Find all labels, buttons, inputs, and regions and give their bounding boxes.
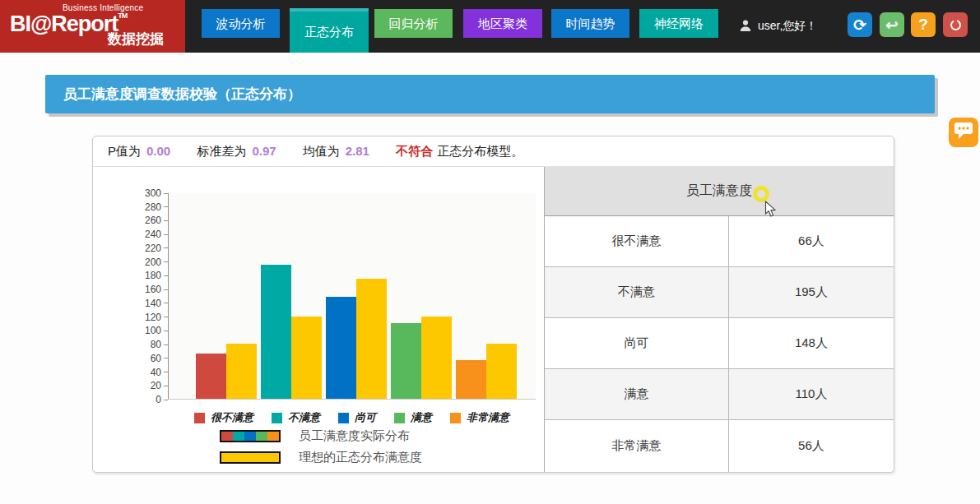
- table-header[interactable]: 员工满意度: [545, 167, 894, 216]
- p-label: P值为: [108, 144, 141, 158]
- satisfaction-table: 员工满意度 很不满意66人不满意195人尚可148人满意110人非常满意56人: [544, 167, 894, 472]
- table-row-1[interactable]: 不满意195人: [545, 267, 894, 318]
- std-label: 标准差为: [197, 144, 246, 158]
- page-banner: 员工满意度调查数据校验（正态分布）: [45, 75, 935, 113]
- legend-actual-swatch: [220, 430, 281, 442]
- y-tick-60: 60: [151, 353, 168, 364]
- user-icon: [739, 19, 752, 35]
- bar-group-4: [456, 344, 517, 399]
- y-tick-80: 80: [151, 339, 168, 350]
- row-value-0: 66人: [729, 216, 894, 266]
- legend-cat-label-2: 尚可: [355, 410, 376, 425]
- chat-bubble-icon: [954, 123, 973, 143]
- table-row-2[interactable]: 尚可148人: [545, 318, 894, 369]
- legend-cat-4: 非常满意: [450, 410, 509, 425]
- nav-tab-4[interactable]: 时间趋势: [551, 9, 629, 38]
- content-card: P值为0.00 标准差为0.97 均值为2.81 不符合正态分布模型。 3002…: [92, 136, 894, 473]
- logo-tm: TM: [118, 12, 127, 20]
- bar-ideal-0[interactable]: [226, 344, 257, 399]
- logo[interactable]: Business Intelligence BI@ReportTM 数据挖掘: [0, 0, 185, 53]
- std-value: 0.97: [252, 144, 276, 158]
- top-header: Business Intelligence BI@ReportTM 数据挖掘 波…: [0, 0, 980, 53]
- row-value-3: 110人: [729, 369, 894, 419]
- legend-swatch-4: [450, 413, 461, 423]
- row-value-2: 148人: [729, 318, 894, 368]
- legend-cat-1: 不满意: [272, 410, 320, 425]
- nav-tab-2[interactable]: 回归分析: [374, 9, 453, 38]
- y-tick-280: 280: [145, 201, 168, 213]
- bar-actual-2[interactable]: [326, 297, 356, 399]
- legend-swatch-1: [272, 413, 282, 423]
- legend-cat-0: 很不满意: [194, 410, 253, 425]
- chart-y-axis: 3002802602402202001801601401201008060402…: [93, 193, 168, 400]
- chart-pane: 3002802602402202001801601401201008060402…: [93, 167, 544, 472]
- bar-actual-4[interactable]: [456, 360, 486, 399]
- stats-bar: P值为0.00 标准差为0.97 均值为2.81 不符合正态分布模型。: [93, 136, 894, 167]
- chart-plot-area: [168, 193, 536, 400]
- y-tick-240: 240: [145, 229, 168, 240]
- user-greeting: user,您好！: [758, 19, 817, 34]
- row-value-1: 195人: [729, 267, 894, 317]
- table-row-0[interactable]: 很不满意66人: [545, 216, 894, 267]
- y-tick-0: 0: [156, 394, 168, 405]
- chart-category-legend: 很不满意不满意尚可满意非常满意: [168, 410, 536, 425]
- bar-actual-0[interactable]: [196, 354, 226, 399]
- y-tick-40: 40: [151, 367, 168, 378]
- page: Business Intelligence BI@ReportTM 数据挖掘 波…: [0, 0, 980, 504]
- table-row-3[interactable]: 满意110人: [545, 369, 894, 420]
- refresh-button[interactable]: ⟳: [848, 12, 872, 37]
- y-tick-160: 160: [145, 284, 168, 295]
- mean-label: 均值为: [303, 144, 340, 158]
- card-body: 3002802602402202001801601401201008060402…: [93, 167, 894, 472]
- nav-tab-1[interactable]: 正态分布: [290, 8, 369, 53]
- bar-actual-3[interactable]: [391, 323, 421, 399]
- back-icon: ↩: [885, 16, 899, 35]
- legend-cat-label-0: 很不满意: [211, 410, 253, 425]
- row-label-2: 尚可: [545, 318, 729, 368]
- bar-ideal-4[interactable]: [486, 344, 517, 399]
- help-button[interactable]: ?: [911, 12, 936, 37]
- user-box[interactable]: user,您好！: [739, 0, 817, 53]
- bar-group-1: [261, 265, 322, 399]
- y-tick-180: 180: [145, 270, 168, 281]
- row-label-1: 不满意: [545, 267, 729, 317]
- row-label-4: 非常满意: [545, 420, 729, 472]
- bar-ideal-1[interactable]: [291, 317, 322, 399]
- bar-group-0: [196, 344, 257, 399]
- legend-ideal-row: 理想的正态分布满意度: [220, 450, 422, 465]
- legend-cat-3: 满意: [394, 410, 432, 425]
- nav-tab-0[interactable]: 波动分析: [202, 9, 280, 38]
- table-row-4[interactable]: 非常满意56人: [545, 420, 894, 472]
- table-rows: 很不满意66人不满意195人尚可148人满意110人非常满意56人: [545, 216, 894, 472]
- y-tick-100: 100: [145, 325, 168, 336]
- back-button[interactable]: ↩: [880, 12, 904, 37]
- page-title: 员工满意度调查数据校验（正态分布）: [45, 75, 935, 113]
- power-button[interactable]: [943, 12, 968, 37]
- row-label-0: 很不满意: [545, 216, 729, 266]
- bar-ideal-3[interactable]: [421, 317, 452, 399]
- legend-actual-label: 员工满意度实际分布: [299, 428, 410, 444]
- help-icon: ?: [918, 16, 928, 34]
- logo-subtitle: 数据挖掘: [108, 30, 164, 49]
- legend-cat-2: 尚可: [338, 410, 376, 425]
- mean-value: 2.81: [346, 144, 369, 158]
- fit-result: 不符合: [396, 144, 433, 158]
- nav-tab-3[interactable]: 地区聚类: [463, 9, 542, 38]
- legend-cat-label-1: 不满意: [288, 410, 320, 425]
- legend-actual-row: 员工满意度实际分布: [220, 428, 410, 444]
- chat-button[interactable]: [949, 118, 978, 147]
- bar-group-2: [326, 279, 387, 399]
- bar-ideal-2[interactable]: [356, 279, 387, 399]
- y-tick-120: 120: [145, 312, 168, 323]
- legend-swatch-3: [394, 413, 405, 423]
- bar-group-3: [391, 317, 452, 399]
- y-tick-300: 300: [145, 187, 168, 199]
- legend-cat-label-4: 非常满意: [467, 410, 509, 425]
- legend-ideal-swatch: [220, 451, 281, 464]
- y-tick-200: 200: [145, 257, 168, 268]
- power-icon: [950, 20, 961, 30]
- bar-actual-1[interactable]: [261, 265, 291, 399]
- legend-ideal-label: 理想的正态分布满意度: [299, 450, 422, 465]
- nav-tab-5[interactable]: 神经网络: [639, 9, 718, 38]
- legend-swatch-0: [194, 413, 205, 423]
